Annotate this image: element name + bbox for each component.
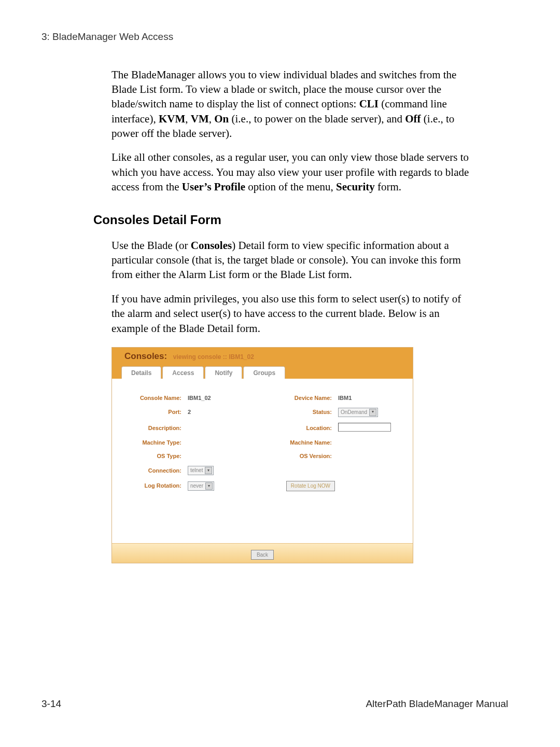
label-port: Port:: [120, 408, 188, 416]
label-os-type: OS Type:: [120, 452, 188, 460]
tab-groups[interactable]: Groups: [243, 366, 285, 379]
section-heading: Consoles Detail Form: [93, 212, 508, 228]
rotate-log-button[interactable]: Rotate Log NOW: [286, 481, 335, 491]
chevron-down-icon: ▾: [205, 467, 212, 474]
text-bold-vm: VM: [191, 113, 209, 125]
figure-title-main: Consoles:: [124, 351, 167, 361]
tabs-row: Details Access Notify Groups: [112, 366, 413, 379]
chevron-down-icon: ▾: [205, 482, 213, 490]
figure-titlebar: Consoles: viewing console :: IBM1_02: [112, 348, 413, 366]
connection-select-wrap: telnet ▾: [188, 466, 260, 475]
paragraph-2: Like all other consoles, as a regular us…: [111, 150, 474, 194]
figure-title-sub: viewing console :: IBM1_02: [169, 353, 254, 361]
log-rotation-select-wrap: never ▾: [188, 481, 260, 491]
log-rotation-select[interactable]: never ▾: [188, 481, 214, 491]
body-column: The BladeManager allows you to view indi…: [111, 67, 474, 195]
status-select[interactable]: OnDemand ▾: [338, 408, 378, 417]
text: option of the menu,: [245, 181, 336, 193]
tab-details[interactable]: Details: [121, 366, 161, 379]
text: form.: [375, 181, 401, 193]
chevron-down-icon: ▾: [369, 409, 376, 416]
location-input-wrap: [338, 423, 405, 434]
body-column-2: Use the Blade (or Consoles) Detail form …: [111, 238, 474, 336]
page-footer: 3-14 AlterPath BladeManager Manual: [41, 697, 508, 711]
tab-strip-bg: [286, 366, 413, 379]
text-bold-security: Security: [336, 181, 375, 193]
label-connection: Connection:: [120, 467, 188, 475]
value-device-name: IBM1: [338, 394, 405, 402]
tab-label: Notify: [215, 369, 232, 377]
status-select-value: OnDemand: [341, 409, 367, 416]
manual-title: AlterPath BladeManager Manual: [366, 697, 508, 711]
running-head: 3: BladeManager Web Access: [41, 30, 508, 44]
tab-notify[interactable]: Notify: [205, 366, 242, 379]
form-grid: Console Name: IBM1_02 Device Name: IBM1 …: [120, 394, 404, 491]
label-description: Description:: [120, 424, 188, 432]
label-status: Status:: [260, 408, 338, 416]
label-machine-name: Machine Name:: [260, 439, 338, 447]
label-log-rotation: Log Rotation:: [120, 482, 188, 490]
paragraph-4: If you have admin privileges, you also u…: [111, 292, 474, 336]
log-rotation-select-value: never: [190, 482, 203, 490]
label-location: Location:: [260, 424, 338, 432]
value-port: 2: [188, 408, 260, 416]
text: ,: [185, 113, 191, 125]
tab-label: Groups: [253, 369, 275, 377]
text-bold-consoles: Consoles: [191, 239, 232, 252]
location-input[interactable]: [338, 423, 391, 432]
label-device-name: Device Name:: [260, 394, 338, 402]
text: (i.e., to power on the blade server), an…: [229, 113, 405, 125]
label-console-name: Console Name:: [120, 394, 188, 402]
tab-label: Access: [172, 369, 194, 377]
connection-select[interactable]: telnet ▾: [188, 466, 214, 475]
tab-label: Details: [131, 369, 151, 377]
form-area: Console Name: IBM1_02 Device Name: IBM1 …: [112, 379, 413, 543]
paragraph-1: The BladeManager allows you to view indi…: [111, 67, 474, 141]
text-bold-kvm: KVM: [159, 113, 185, 125]
text: Use the Blade (or: [111, 239, 191, 252]
tab-access[interactable]: Access: [162, 366, 204, 379]
text: ,: [209, 113, 215, 125]
connection-select-value: telnet: [190, 467, 203, 474]
form-spacer: [120, 491, 404, 538]
back-bar: Back: [112, 543, 413, 563]
page: 3: BladeManager Web Access The BladeMana…: [0, 0, 560, 747]
text-bold-cli: CLI: [359, 98, 379, 110]
back-button[interactable]: Back: [251, 550, 274, 560]
text-bold-on: On: [214, 113, 229, 125]
label-os-version: OS Version:: [260, 452, 338, 460]
page-number: 3-14: [41, 697, 61, 711]
value-console-name: IBM1_02: [188, 394, 260, 402]
rotate-button-cell: Rotate Log NOW: [260, 481, 338, 491]
text-bold-users-profile: User’s Profile: [182, 181, 245, 193]
paragraph-3: Use the Blade (or Consoles) Detail form …: [111, 238, 474, 282]
label-machine-type: Machine Type:: [120, 439, 188, 447]
text-bold-off: Off: [405, 113, 421, 125]
status-select-wrap: OnDemand ▾: [338, 408, 405, 417]
console-detail-figure: Consoles: viewing console :: IBM1_02 Det…: [111, 347, 413, 563]
